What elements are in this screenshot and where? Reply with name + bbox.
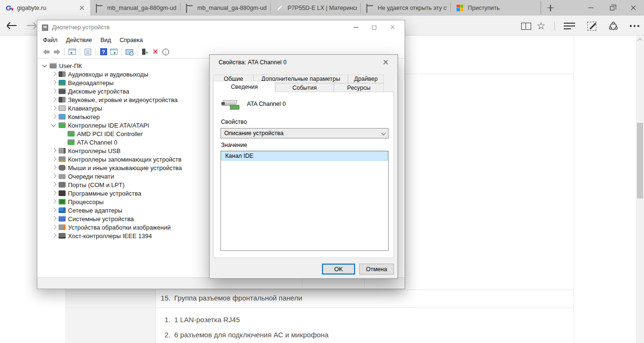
document-favicon [96, 4, 97, 13]
hub-icon[interactable] [563, 20, 576, 32]
action-pane-icon[interactable] [109, 47, 119, 57]
tab-p7p55d[interactable]: P7P55D-E LX | Материнск [271, 0, 361, 16]
chevron-icon[interactable] [50, 155, 59, 163]
chevron-icon[interactable] [50, 121, 59, 129]
device-category-icon [59, 165, 66, 171]
web-note-icon[interactable] [585, 20, 598, 32]
device-manager-window-controls [347, 20, 402, 34]
tab-details-active[interactable]: Сведения [213, 81, 275, 92]
forward-icon[interactable] [51, 47, 62, 57]
chevron-icon[interactable] [41, 61, 50, 70]
close-button[interactable] [623, 0, 644, 16]
console-tree-icon[interactable] [67, 47, 77, 57]
value-listbox[interactable]: Канал IDE [220, 151, 389, 251]
chevron-icon[interactable] [50, 206, 59, 214]
tab-driver[interactable]: Драйвер [348, 75, 384, 83]
scroll-up-icon[interactable] [637, 38, 642, 43]
menu-action[interactable]: Действие [62, 37, 96, 43]
chevron-icon[interactable] [50, 189, 59, 197]
restore-button[interactable] [602, 0, 623, 16]
chevron-icon[interactable] [50, 70, 59, 78]
menu-help[interactable]: Справка [115, 37, 147, 43]
property-dropdown[interactable]: Описание устройства [220, 128, 389, 138]
favorites-star-icon[interactable]: ☆ [535, 20, 547, 32]
tab-manual-2[interactable]: mb_manual_ga-880gm-ud [180, 0, 271, 16]
chevron-icon[interactable] [50, 112, 59, 121]
tab-close-icon[interactable] [78, 4, 86, 12]
tab-error-page[interactable]: Не удается открыть эту ст [361, 0, 451, 16]
chevron-icon[interactable] [50, 223, 59, 232]
back-icon[interactable] [7, 22, 18, 29]
tab-title: P7P55D-E LX | Материнск [288, 5, 357, 11]
minimize-button[interactable] [580, 0, 602, 16]
device-manager-statusbar [37, 277, 405, 289]
tree-item-label: Процессоры [68, 198, 103, 206]
more-options-icon[interactable] [628, 20, 641, 32]
device-category-icon [59, 97, 66, 103]
forward-icon[interactable] [25, 22, 37, 29]
tree-item-label: Дисковые устройства [68, 88, 129, 95]
tab-events[interactable]: События [275, 83, 334, 92]
chevron-down-icon [381, 131, 386, 136]
close-button[interactable] [383, 20, 402, 34]
help-icon[interactable] [98, 47, 109, 57]
list-number: 2. [156, 330, 170, 340]
list-text: 6 разъемов для подключения АС и микрофон… [174, 330, 329, 340]
device-category-icon [59, 173, 66, 179]
reading-list-icon[interactable] [520, 20, 532, 32]
tab-resources[interactable]: Ресурсы [334, 83, 384, 92]
chevron-icon[interactable] [50, 104, 59, 112]
gigabyte-favicon: G [6, 4, 13, 12]
document-favicon [366, 4, 367, 13]
dialog-close-button[interactable] [379, 58, 393, 67]
chevron-icon[interactable] [50, 87, 59, 95]
tree-item-label: Контроллеры USB [68, 147, 120, 154]
tab-get-started[interactable]: Приступить [451, 0, 541, 16]
table-cell [65, 290, 156, 308]
chevron-icon[interactable] [50, 232, 59, 240]
ok-button[interactable]: OK [322, 264, 355, 274]
device-category-icon [59, 199, 66, 205]
uninstall-device-icon[interactable] [150, 47, 161, 57]
chevron-icon[interactable] [50, 146, 59, 155]
share-icon[interactable] [607, 20, 619, 32]
menu-file[interactable]: Файл [39, 37, 62, 43]
back-icon[interactable] [41, 47, 51, 57]
menu-view[interactable]: Вид [96, 37, 116, 43]
toolbar-divider [554, 21, 555, 31]
chevron-icon[interactable] [50, 214, 59, 223]
device-category-icon [59, 122, 66, 128]
chevron-icon[interactable] [59, 129, 68, 138]
tab-manual-1[interactable]: mb_manual_ga-880gm-ud [90, 0, 180, 16]
page-scrollbar[interactable] [636, 35, 644, 343]
scrollbar-thumb[interactable] [637, 123, 643, 198]
chevron-icon[interactable] [50, 180, 59, 189]
properties-icon[interactable] [83, 47, 93, 57]
device-category-icon [59, 156, 66, 162]
toolbar-divider [95, 48, 96, 56]
cancel-button[interactable]: Отмена [359, 264, 394, 274]
selected-list-item[interactable]: Канал IDE [221, 151, 388, 161]
maximize-button[interactable] [365, 20, 383, 34]
window-controls [580, 0, 644, 16]
tab-gigabyte[interactable]: G gigabyte.ru [0, 0, 90, 16]
chevron-icon[interactable] [50, 163, 59, 172]
window-title: Диспетчер устройств [52, 24, 110, 31]
chevron-icon[interactable] [50, 78, 59, 87]
chevron-icon[interactable] [59, 138, 68, 146]
tree-item-label: Программные устройства [68, 190, 141, 197]
tree-item-label: Мыши и иные указывающие устройства [68, 164, 182, 172]
list-item: 1. 1 LAN-розетка RJ45 [156, 315, 240, 325]
disable-device-icon[interactable] [161, 47, 171, 57]
update-driver-icon[interactable] [140, 47, 150, 57]
dialog-titlebar[interactable]: Свойства: ATA Channel 0 [210, 55, 398, 69]
tab-title: Не удается открыть эту ст [378, 5, 447, 11]
chevron-icon[interactable] [50, 95, 59, 104]
minimize-button[interactable] [347, 20, 365, 34]
chevron-icon[interactable] [50, 172, 59, 180]
new-tab-button[interactable] [541, 0, 560, 16]
tab-title: gigabyte.ru [17, 5, 78, 11]
list-text: 1 LAN-розетка RJ45 [174, 315, 240, 325]
scan-hardware-icon[interactable] [124, 47, 135, 57]
chevron-icon[interactable] [50, 197, 59, 206]
